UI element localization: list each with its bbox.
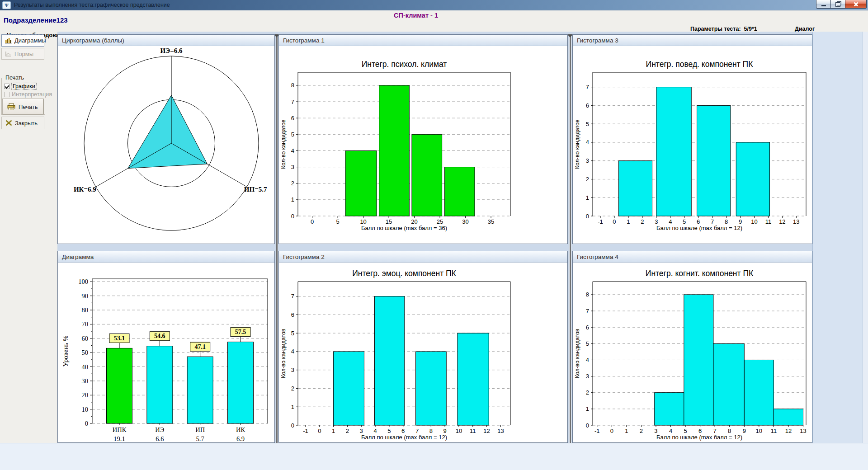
svg-text:Уровень %: Уровень % xyxy=(62,335,69,367)
svg-text:1: 1 xyxy=(291,404,294,410)
svg-text:4: 4 xyxy=(586,139,589,146)
svg-text:-1: -1 xyxy=(303,428,308,434)
svg-text:6: 6 xyxy=(697,218,700,225)
panel-histogram-2-caption[interactable]: Гистограмма 2 xyxy=(279,251,567,263)
svg-text:4: 4 xyxy=(373,428,377,434)
svg-text:7: 7 xyxy=(711,218,714,225)
svg-text:Интегр. повед. компонент ПК: Интегр. повед. компонент ПК xyxy=(646,60,754,69)
norms-button[interactable]: Нормы xyxy=(1,48,44,60)
svg-text:47.1: 47.1 xyxy=(194,343,206,350)
svg-text:8: 8 xyxy=(586,291,589,298)
svg-text:0: 0 xyxy=(311,218,314,225)
svg-text:3: 3 xyxy=(291,164,294,170)
charts-checkbox[interactable]: Графики xyxy=(4,83,36,89)
panel-histogram-3-caption[interactable]: Гистограмма 3 xyxy=(573,35,812,46)
svg-text:2: 2 xyxy=(346,428,349,434)
svg-text:5.7: 5.7 xyxy=(196,435,204,442)
svg-text:100: 100 xyxy=(78,278,88,285)
svg-text:ИЭ: ИЭ xyxy=(155,426,164,433)
svg-text:11: 11 xyxy=(470,428,476,434)
svg-text:50: 50 xyxy=(82,349,89,356)
svg-text:2: 2 xyxy=(586,176,589,183)
vertical-splitter-1[interactable] xyxy=(276,34,278,443)
svg-text:2: 2 xyxy=(586,389,589,396)
svg-text:0: 0 xyxy=(318,428,321,434)
svg-text:6: 6 xyxy=(586,102,589,109)
svg-text:2: 2 xyxy=(291,385,294,392)
svg-text:4: 4 xyxy=(291,147,294,154)
svg-text:Кол-во кандидатов: Кол-во кандидатов xyxy=(574,119,580,169)
charts-checkbox-box[interactable] xyxy=(4,84,9,89)
svg-text:4: 4 xyxy=(586,357,589,363)
svg-text:8: 8 xyxy=(291,82,294,89)
close-window-button[interactable] xyxy=(845,0,867,9)
svg-text:10: 10 xyxy=(756,428,762,434)
minimize-icon xyxy=(821,5,826,6)
svg-text:6: 6 xyxy=(698,428,702,434)
charts-checkbox-label[interactable]: Графики xyxy=(12,83,36,89)
svg-text:0: 0 xyxy=(586,213,589,220)
department-name: Подразделение123 xyxy=(4,16,68,24)
svg-text:10: 10 xyxy=(751,218,757,225)
svg-text:13: 13 xyxy=(497,428,504,434)
close-button[interactable]: Закрыть xyxy=(1,117,44,129)
svg-text:90: 90 xyxy=(82,292,89,300)
norms-chart-icon xyxy=(5,51,12,57)
svg-text:0: 0 xyxy=(610,428,613,434)
app-icon: Ψ xyxy=(2,1,11,9)
svg-text:ИК=6.9: ИК=6.9 xyxy=(74,186,96,193)
svg-text:7: 7 xyxy=(586,308,589,315)
svg-text:40: 40 xyxy=(82,363,89,371)
svg-text:4: 4 xyxy=(669,428,672,434)
svg-text:5: 5 xyxy=(336,218,340,225)
window-controls xyxy=(816,0,867,9)
vertical-splitter-2[interactable] xyxy=(569,34,571,443)
svg-text:70: 70 xyxy=(82,320,89,328)
diagrams-button-label: Диаграммы xyxy=(14,37,46,44)
right-frame xyxy=(863,32,868,443)
svg-text:3: 3 xyxy=(586,373,589,380)
svg-text:2: 2 xyxy=(641,218,644,225)
svg-text:-1: -1 xyxy=(594,428,600,434)
diagram-chart: 53.1ИПК19.154.6ИЭ6.647.1ИП5.757.5ИК6.901… xyxy=(58,263,274,442)
panel-histogram-1-caption[interactable]: Гистограмма 1 xyxy=(279,35,567,46)
svg-text:0: 0 xyxy=(291,422,294,429)
svg-text:7: 7 xyxy=(291,99,294,105)
close-icon xyxy=(853,1,859,7)
diagrams-button[interactable]: Диаграммы xyxy=(1,34,44,47)
print-group-label: Печать xyxy=(4,75,25,81)
histogram-2-chart: 01234567-1012345678910111213Интегр. эмоц… xyxy=(279,263,567,442)
panel-histogram-4-caption[interactable]: Гистограмма 4 xyxy=(573,251,812,263)
svg-text:13: 13 xyxy=(793,218,799,225)
panel-circogram-caption[interactable]: Циркограмма (баллы) xyxy=(58,35,274,46)
panel-diagram-caption[interactable]: Диаграмма xyxy=(58,251,274,263)
svg-text:5: 5 xyxy=(586,340,589,347)
svg-text:6: 6 xyxy=(291,311,294,318)
panel-histogram-2: Гистограмма 2 01234567-10123456789101112… xyxy=(278,251,568,443)
svg-text:1: 1 xyxy=(586,405,589,412)
close-x-icon xyxy=(5,120,12,126)
svg-text:3: 3 xyxy=(291,367,294,373)
svg-text:5: 5 xyxy=(291,131,294,138)
print-button[interactable]: Печать xyxy=(3,99,43,114)
svg-text:Балл по шкале (max балл = 12): Балл по шкале (max балл = 12) xyxy=(361,434,447,441)
svg-text:0: 0 xyxy=(586,422,589,429)
svg-text:8: 8 xyxy=(728,428,731,434)
svg-text:ИЭ=6.6: ИЭ=6.6 xyxy=(160,47,183,54)
svg-text:ИП=5.7: ИП=5.7 xyxy=(244,186,267,193)
minimize-button[interactable] xyxy=(816,0,831,9)
printer-icon xyxy=(7,103,16,111)
svg-text:53.1: 53.1 xyxy=(114,335,125,342)
check-icon xyxy=(5,84,9,89)
svg-text:30: 30 xyxy=(462,218,468,225)
svg-text:11: 11 xyxy=(771,428,777,434)
svg-text:1: 1 xyxy=(332,428,335,434)
svg-text:3: 3 xyxy=(586,157,589,164)
svg-text:5: 5 xyxy=(586,121,589,127)
svg-text:3: 3 xyxy=(655,218,658,225)
svg-text:Интегр. когнит. компонент ПК: Интегр. когнит. компонент ПК xyxy=(646,269,754,278)
svg-text:20: 20 xyxy=(411,218,417,225)
window-titlebar[interactable]: Ψ Результаты выполнения теста:графическо… xyxy=(0,0,868,10)
svg-text:-1: -1 xyxy=(598,218,603,225)
restore-button[interactable] xyxy=(830,0,845,9)
